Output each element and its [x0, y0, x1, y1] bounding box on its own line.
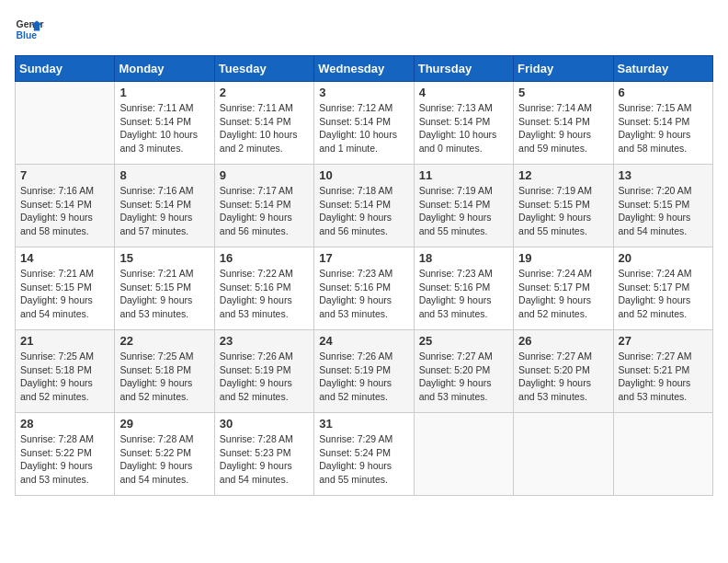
calendar-day-cell	[514, 413, 613, 496]
day-info: Sunrise: 7:17 AM Sunset: 5:14 PM Dayligh…	[220, 184, 309, 238]
header-cell-thursday: Thursday	[414, 56, 513, 82]
day-number: 16	[220, 251, 309, 265]
day-number: 8	[119, 168, 209, 182]
calendar-day-cell: 28Sunrise: 7:28 AM Sunset: 5:22 PM Dayli…	[16, 413, 115, 496]
calendar-week-row: 28Sunrise: 7:28 AM Sunset: 5:22 PM Dayli…	[16, 413, 713, 496]
day-info: Sunrise: 7:14 AM Sunset: 5:14 PM Dayligh…	[518, 101, 608, 155]
day-number: 13	[619, 168, 708, 182]
calendar-day-cell: 12Sunrise: 7:19 AM Sunset: 5:15 PM Dayli…	[514, 165, 613, 247]
day-info: Sunrise: 7:21 AM Sunset: 5:15 PM Dayligh…	[119, 267, 209, 321]
day-number: 29	[119, 417, 209, 431]
logo: General Blue	[15, 15, 44, 44]
day-info: Sunrise: 7:11 AM Sunset: 5:14 PM Dayligh…	[220, 101, 309, 155]
day-info: Sunrise: 7:23 AM Sunset: 5:16 PM Dayligh…	[319, 267, 408, 321]
calendar-day-cell: 16Sunrise: 7:22 AM Sunset: 5:16 PM Dayli…	[214, 247, 313, 330]
calendar-day-cell: 6Sunrise: 7:15 AM Sunset: 5:14 PM Daylig…	[613, 82, 712, 165]
day-info: Sunrise: 7:11 AM Sunset: 5:14 PM Dayligh…	[119, 101, 209, 155]
calendar-day-cell: 15Sunrise: 7:21 AM Sunset: 5:15 PM Dayli…	[115, 247, 214, 330]
day-info: Sunrise: 7:24 AM Sunset: 5:17 PM Dayligh…	[619, 267, 708, 321]
day-number: 21	[20, 334, 109, 348]
calendar-day-cell: 21Sunrise: 7:25 AM Sunset: 5:18 PM Dayli…	[16, 330, 115, 413]
calendar-day-cell	[613, 413, 712, 496]
calendar-day-cell: 11Sunrise: 7:19 AM Sunset: 5:14 PM Dayli…	[414, 165, 513, 247]
day-info: Sunrise: 7:22 AM Sunset: 5:16 PM Dayligh…	[220, 267, 309, 321]
calendar-day-cell: 30Sunrise: 7:28 AM Sunset: 5:23 PM Dayli…	[214, 413, 313, 496]
calendar-day-cell: 25Sunrise: 7:27 AM Sunset: 5:20 PM Dayli…	[414, 330, 513, 413]
day-info: Sunrise: 7:19 AM Sunset: 5:15 PM Dayligh…	[518, 184, 608, 238]
calendar-day-cell: 17Sunrise: 7:23 AM Sunset: 5:16 PM Dayli…	[314, 247, 414, 330]
day-info: Sunrise: 7:26 AM Sunset: 5:19 PM Dayligh…	[319, 350, 408, 404]
day-info: Sunrise: 7:18 AM Sunset: 5:14 PM Dayligh…	[319, 184, 408, 238]
calendar-day-cell: 9Sunrise: 7:17 AM Sunset: 5:14 PM Daylig…	[214, 165, 313, 247]
day-number: 26	[518, 334, 608, 348]
calendar-day-cell: 8Sunrise: 7:16 AM Sunset: 5:14 PM Daylig…	[115, 165, 214, 247]
day-info: Sunrise: 7:26 AM Sunset: 5:19 PM Dayligh…	[220, 350, 309, 404]
day-number: 14	[20, 251, 109, 265]
calendar-day-cell: 7Sunrise: 7:16 AM Sunset: 5:14 PM Daylig…	[16, 165, 115, 247]
calendar-day-cell: 31Sunrise: 7:29 AM Sunset: 5:24 PM Dayli…	[314, 413, 414, 496]
day-info: Sunrise: 7:28 AM Sunset: 5:22 PM Dayligh…	[119, 432, 209, 487]
calendar-day-cell: 2Sunrise: 7:11 AM Sunset: 5:14 PM Daylig…	[214, 82, 313, 165]
calendar-week-row: 7Sunrise: 7:16 AM Sunset: 5:14 PM Daylig…	[16, 165, 713, 247]
day-number: 18	[419, 251, 508, 265]
day-info: Sunrise: 7:16 AM Sunset: 5:14 PM Dayligh…	[20, 184, 109, 238]
day-info: Sunrise: 7:24 AM Sunset: 5:17 PM Dayligh…	[518, 267, 608, 321]
day-number: 30	[220, 417, 309, 431]
day-info: Sunrise: 7:28 AM Sunset: 5:22 PM Dayligh…	[20, 432, 109, 487]
day-number: 9	[220, 168, 309, 182]
day-info: Sunrise: 7:27 AM Sunset: 5:20 PM Dayligh…	[518, 350, 608, 404]
day-number: 25	[419, 334, 508, 348]
calendar-day-cell: 10Sunrise: 7:18 AM Sunset: 5:14 PM Dayli…	[314, 165, 414, 247]
day-info: Sunrise: 7:23 AM Sunset: 5:16 PM Dayligh…	[419, 267, 508, 321]
day-number: 15	[119, 251, 209, 265]
day-number: 7	[20, 168, 109, 182]
calendar-day-cell	[414, 413, 513, 496]
header-cell-wednesday: Wednesday	[314, 56, 414, 82]
day-number: 11	[419, 168, 508, 182]
day-info: Sunrise: 7:20 AM Sunset: 5:15 PM Dayligh…	[619, 184, 708, 238]
day-number: 22	[119, 334, 209, 348]
day-number: 6	[619, 86, 708, 99]
calendar-week-row: 21Sunrise: 7:25 AM Sunset: 5:18 PM Dayli…	[16, 330, 713, 413]
day-info: Sunrise: 7:29 AM Sunset: 5:24 PM Dayligh…	[319, 432, 408, 487]
day-number: 5	[518, 86, 608, 99]
calendar-day-cell	[16, 82, 115, 165]
logo-icon: General Blue	[15, 15, 44, 44]
day-number: 19	[518, 251, 608, 265]
day-info: Sunrise: 7:28 AM Sunset: 5:23 PM Dayligh…	[220, 432, 309, 487]
day-info: Sunrise: 7:19 AM Sunset: 5:14 PM Dayligh…	[419, 184, 508, 238]
day-info: Sunrise: 7:21 AM Sunset: 5:15 PM Dayligh…	[20, 267, 109, 321]
calendar-day-cell: 14Sunrise: 7:21 AM Sunset: 5:15 PM Dayli…	[16, 247, 115, 330]
day-number: 23	[220, 334, 309, 348]
day-number: 10	[319, 168, 408, 182]
day-number: 31	[319, 417, 408, 431]
calendar-day-cell: 13Sunrise: 7:20 AM Sunset: 5:15 PM Dayli…	[613, 165, 712, 247]
day-info: Sunrise: 7:12 AM Sunset: 5:14 PM Dayligh…	[319, 101, 408, 155]
header-cell-tuesday: Tuesday	[214, 56, 313, 82]
day-info: Sunrise: 7:27 AM Sunset: 5:20 PM Dayligh…	[419, 350, 508, 404]
day-number: 17	[319, 251, 408, 265]
day-number: 28	[20, 417, 109, 431]
header-cell-saturday: Saturday	[613, 56, 712, 82]
day-number: 27	[619, 334, 708, 348]
day-info: Sunrise: 7:13 AM Sunset: 5:14 PM Dayligh…	[419, 101, 508, 155]
calendar-day-cell: 24Sunrise: 7:26 AM Sunset: 5:19 PM Dayli…	[314, 330, 414, 413]
calendar-day-cell: 18Sunrise: 7:23 AM Sunset: 5:16 PM Dayli…	[414, 247, 513, 330]
calendar-day-cell: 3Sunrise: 7:12 AM Sunset: 5:14 PM Daylig…	[314, 82, 414, 165]
day-number: 20	[619, 251, 708, 265]
calendar-day-cell: 1Sunrise: 7:11 AM Sunset: 5:14 PM Daylig…	[115, 82, 214, 165]
calendar-day-cell: 26Sunrise: 7:27 AM Sunset: 5:20 PM Dayli…	[514, 330, 613, 413]
header-cell-sunday: Sunday	[16, 56, 115, 82]
header-cell-monday: Monday	[115, 56, 214, 82]
day-info: Sunrise: 7:25 AM Sunset: 5:18 PM Dayligh…	[119, 350, 209, 404]
calendar-day-cell: 19Sunrise: 7:24 AM Sunset: 5:17 PM Dayli…	[514, 247, 613, 330]
calendar-week-row: 1Sunrise: 7:11 AM Sunset: 5:14 PM Daylig…	[16, 82, 713, 165]
header: General Blue	[15, 15, 713, 44]
calendar-day-cell: 22Sunrise: 7:25 AM Sunset: 5:18 PM Dayli…	[115, 330, 214, 413]
day-info: Sunrise: 7:27 AM Sunset: 5:21 PM Dayligh…	[619, 350, 708, 404]
calendar-day-cell: 5Sunrise: 7:14 AM Sunset: 5:14 PM Daylig…	[514, 82, 613, 165]
svg-text:Blue: Blue	[17, 30, 38, 40]
day-info: Sunrise: 7:16 AM Sunset: 5:14 PM Dayligh…	[119, 184, 209, 238]
calendar-day-cell: 23Sunrise: 7:26 AM Sunset: 5:19 PM Dayli…	[214, 330, 313, 413]
day-number: 24	[319, 334, 408, 348]
